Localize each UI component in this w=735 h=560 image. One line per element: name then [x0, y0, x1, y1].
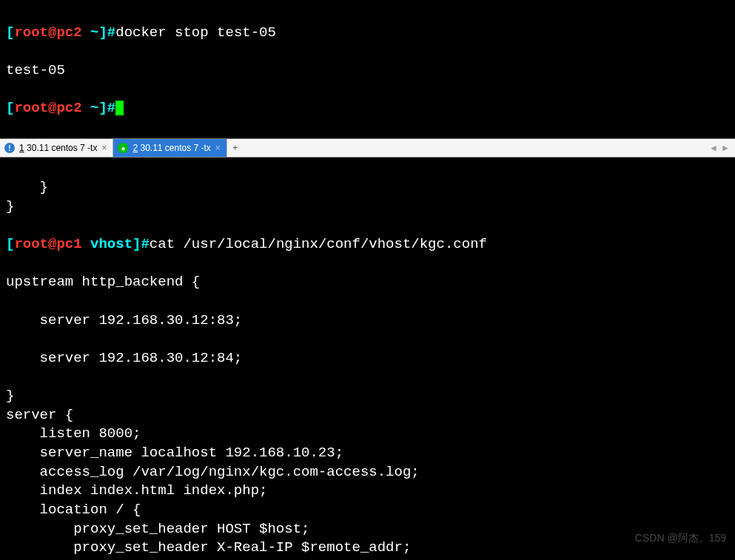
close-icon[interactable]: × [215, 142, 221, 154]
user-host-main: root@pc1 [14, 236, 81, 252]
user-host-top: root@pc2 [14, 100, 81, 116]
close-icon[interactable]: × [101, 142, 107, 154]
bracket-close: ]# [132, 236, 150, 252]
tab-bar: ! 1 30.11 centos 7 -tx × ● 2 30.11 cento… [0, 138, 735, 158]
tab-label: 2 30.11 centos 7 -tx [132, 142, 210, 154]
info-icon: ! [4, 143, 15, 153]
prompt-line-2: [root@pc2 ~]# [6, 99, 732, 118]
tab-label: 1 30.11 centos 7 -tx [19, 142, 97, 154]
cursor-icon [115, 101, 124, 115]
command-main: cat /usr/local/nginx/conf/vhost/kgc.conf [150, 236, 487, 252]
bracket-close: ]# [98, 100, 115, 116]
user-host-top: root@pc2 [14, 24, 81, 41]
bracket-open: [ [6, 100, 14, 116]
command-top: docker stop test-05 [115, 24, 276, 41]
terminal-pane-top[interactable]: [root@pc2 ~]#docker stop test-05 test-05… [0, 0, 735, 138]
tab-session-2[interactable]: ● 2 30.11 centos 7 -tx × [113, 139, 226, 157]
status-ok-icon: ● [118, 143, 128, 153]
terminal-pane-main[interactable]: } } [root@pc1 vhost]#cat /usr/local/ngin… [0, 158, 735, 560]
bracket-open: [ [6, 236, 14, 252]
cwd-top: ~ [82, 100, 99, 116]
output-line-top: test-05 [6, 61, 732, 81]
chevron-right-icon[interactable]: ► [720, 143, 731, 153]
cwd-main: vhost [82, 236, 132, 252]
prompt-line-1: [root@pc2 ~]#docker stop test-05 [6, 24, 732, 43]
csdn-watermark: CSDN @阿杰。159 [635, 531, 726, 545]
tab-nav-arrows: ◄ ► [708, 139, 735, 157]
bracket-close: ]# [98, 24, 115, 41]
tab-session-1[interactable]: ! 1 30.11 centos 7 -tx × [0, 139, 113, 157]
bracket-open: [ [6, 24, 14, 41]
prompt-line-main: [root@pc1 vhost]#cat /usr/local/nginx/co… [6, 235, 732, 254]
cwd-top: ~ [82, 24, 99, 41]
chevron-left-icon[interactable]: ◄ [708, 143, 719, 153]
file-output: upstream http_backend { server 192.168.3… [6, 273, 732, 560]
pre-output: } } [6, 178, 732, 216]
add-tab-button[interactable]: + [227, 139, 244, 157]
